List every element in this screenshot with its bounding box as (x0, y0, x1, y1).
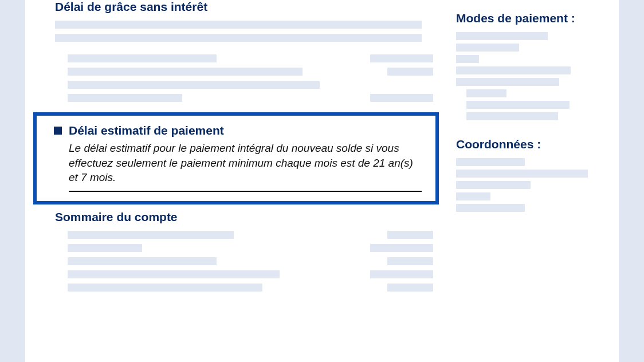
payment-methods-heading: Modes de paiement : (456, 11, 598, 25)
placeholder-line (456, 66, 571, 74)
placeholder-line (456, 44, 519, 52)
placeholder-line (55, 21, 422, 29)
placeholder-line (55, 34, 422, 42)
grace-period-heading: Délai de grâce sans intérêt (55, 0, 433, 14)
placeholder-line (456, 32, 548, 40)
square-bullet-icon (54, 127, 62, 135)
placeholder-line (456, 170, 588, 178)
placeholder-line (466, 101, 570, 109)
account-summary-heading: Sommaire du compte (55, 210, 433, 224)
placeholder-line (456, 181, 531, 189)
summary-rows (68, 231, 433, 292)
right-column: Modes de paiement : Coordonnées : (456, 0, 598, 297)
grace-detail-rows (68, 54, 433, 102)
placeholder-line (466, 112, 558, 120)
placeholder-line (466, 89, 506, 97)
placeholder-line (456, 204, 525, 212)
estimated-payment-title: Délai estimatif de paiement (69, 124, 224, 137)
estimated-payment-callout: Délai estimatif de paiement Le délai est… (33, 112, 439, 204)
placeholder-line (456, 158, 525, 166)
placeholder-line (456, 192, 490, 200)
estimated-payment-text: Le délai estimatif pour le paiement inté… (69, 141, 422, 185)
divider (69, 191, 422, 192)
contact-heading: Coordonnées : (456, 137, 598, 151)
statement-page: Délai de grâce sans intérêt (25, 0, 619, 362)
placeholder-line (456, 55, 479, 63)
left-column: Délai de grâce sans intérêt (55, 0, 433, 297)
placeholder-line (456, 78, 559, 86)
